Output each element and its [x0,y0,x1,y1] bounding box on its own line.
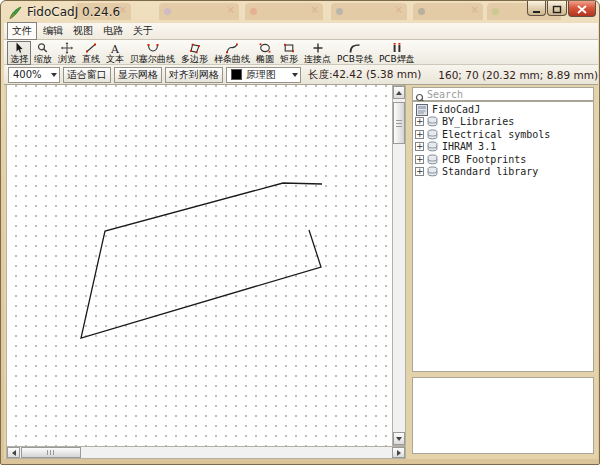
close-button[interactable] [568,1,596,17]
horizontal-scroll-thumb[interactable] [21,447,81,458]
tree-node-pcb-footprints[interactable]: +PCB Footprints [413,153,593,166]
library-icon [426,129,439,140]
tool-rectangle[interactable]: 矩形 [277,41,301,65]
library-search [412,87,594,101]
layer-color-swatch [231,69,242,80]
zoom-level-select[interactable]: 400% [8,67,60,83]
vertical-scroll-thumb[interactable] [393,102,405,144]
tool-zoom[interactable]: 缩放 [31,41,55,65]
tool-line[interactable]: 直线 [79,41,103,65]
arrow-down-icon [396,437,402,441]
tool-spline[interactable]: 样条曲线 [211,41,253,65]
ghost-tab: × [159,3,239,20]
tree-node-label: BY_Libraries [442,116,514,127]
layer-select[interactable]: 原理图 [226,67,301,83]
tool-text[interactable]: A文本 [103,41,127,65]
drawing-layer [7,85,393,446]
arrow-right-icon [397,450,401,456]
grip-icon [47,450,56,455]
tool-label: PCB焊盘 [379,54,415,64]
main-area: FidoCadJ+BY_Libraries+Electrical symbols… [4,85,598,459]
menu-edit[interactable]: 编辑 [39,23,67,39]
library-panel: FidoCadJ+BY_Libraries+Electrical symbols… [410,85,596,459]
tree-node-electrical-symbols[interactable]: +Electrical symbols [413,128,593,141]
tree-node-label: FidoCadJ [432,104,480,115]
expand-plus-icon[interactable]: + [415,142,424,151]
scroll-right-button[interactable] [392,447,405,458]
horizontal-scrollbar[interactable] [6,446,406,459]
tool-label: 选择 [10,54,28,64]
title-bar[interactable]: ×××××× FidoCadJ 0.24.6 [1,1,600,23]
scroll-down-button[interactable] [393,432,405,445]
ghost-tab-icon [336,8,343,15]
options-toolbar: 400% 适合窗口 显示网格 对齐到网格 原理图 长度:42.42 (5.38 … [4,65,598,85]
expand-plus-icon[interactable]: + [415,167,424,176]
svg-text:A: A [110,43,120,55]
ghost-tab-icon [250,8,257,15]
tool-polygon[interactable]: 多边形 [178,41,211,65]
scroll-left-button[interactable] [7,447,20,458]
tool-pan[interactable]: 浏览 [55,41,79,65]
expand-plus-icon[interactable]: + [415,117,424,126]
scroll-up-button[interactable] [393,86,405,99]
ghost-tab-icon [164,8,171,15]
menu-bar: 文件编辑视图电路关于 [4,23,598,40]
tool-label: 贝塞尔曲线 [130,54,175,64]
library-icon [426,141,439,152]
minimize-icon [532,0,541,18]
menu-circuit[interactable]: 电路 [99,23,127,39]
tool-bezier[interactable]: 贝塞尔曲线 [127,41,178,65]
tool-pcb-pad[interactable]: PCB焊盘 [376,41,418,65]
show-grid-toggle[interactable]: 显示网格 [114,67,162,83]
search-icon [415,89,427,100]
drawing-canvas[interactable] [6,85,392,446]
vertical-scrollbar[interactable] [392,85,406,446]
tool-label: 多边形 [181,54,208,64]
menu-about[interactable]: 关于 [129,23,157,39]
expand-plus-icon[interactable]: + [415,130,424,139]
length-readout: 长度:42.42 (5.38 mm) [308,68,421,82]
app-node-icon [416,104,429,115]
bezier-icon [146,42,160,54]
tool-label: 文本 [106,54,124,64]
menu-file[interactable]: 文件 [7,22,37,40]
ghost-tab-icon [492,8,499,15]
close-icon [577,0,587,18]
tool-pcb-line[interactable]: PCB导线 [334,41,376,65]
maximize-button[interactable] [547,1,567,16]
snap-to-grid-toggle[interactable]: 对齐到网格 [165,67,223,83]
library-tree: FidoCadJ+BY_Libraries+Electrical symbols… [412,101,594,372]
tree-node-label: Electrical symbols [442,129,550,140]
cursor-coordinates-readout: 160; 70 (20.32 mm; 8.89 mm) [438,69,598,81]
tree-node-by-libraries[interactable]: +BY_Libraries [413,116,593,129]
minimize-button[interactable] [527,1,546,16]
tree-root[interactable]: FidoCadJ [413,103,593,116]
symbol-preview-panel [412,377,594,454]
library-icon [426,116,439,127]
chevron-down-icon [292,73,298,77]
library-icon [426,166,439,177]
fit-window-button[interactable]: 适合窗口 [63,67,111,83]
ellipse-icon [258,42,272,54]
tree-node-standard-library[interactable]: +Standard library [413,166,593,179]
fidocadj-window: ×××××× FidoCadJ 0.24.6 文件编辑视图电路关于 选择缩放浏览… [0,0,600,465]
tool-ellipse[interactable]: 椭圆 [253,41,277,65]
arrow-up-icon [396,91,402,95]
tree-node-ihram-3-1[interactable]: +IHRAM 3.1 [413,141,593,154]
magnifier-icon [36,42,50,54]
drawing-polyline[interactable] [81,183,322,338]
ghost-close-icon: × [227,4,235,15]
zoom-level-value: 400% [13,69,42,80]
grip-icon [396,120,402,127]
tool-label: 连接点 [304,54,331,64]
tool-label: PCB导线 [337,54,373,64]
tool-connection-point[interactable]: 连接点 [301,41,334,65]
tool-select[interactable]: 选择 [7,41,31,65]
tools-toolbar: 选择缩放浏览直线A文本贝塞尔曲线多边形样条曲线椭圆矩形连接点PCB导线PCB焊盘 [4,40,598,65]
ghost-close-icon: × [471,4,479,15]
search-input[interactable] [427,89,591,100]
library-icon [426,154,439,165]
spline-icon [225,42,239,54]
expand-plus-icon[interactable]: + [415,155,424,164]
menu-view[interactable]: 视图 [69,23,97,39]
